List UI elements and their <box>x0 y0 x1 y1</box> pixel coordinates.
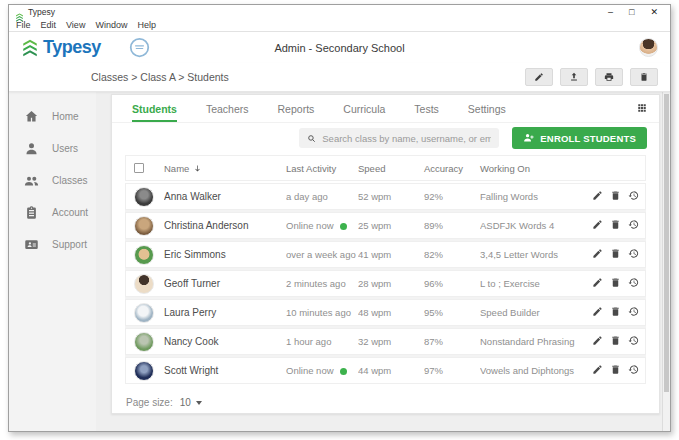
last-activity: 2 minutes ago <box>286 278 358 289</box>
edit-student-button[interactable] <box>592 334 603 349</box>
delete-student-button[interactable] <box>610 363 621 378</box>
menu-edit[interactable]: Edit <box>41 20 57 30</box>
student-name: Nancy Cook <box>164 336 286 347</box>
close-button[interactable]: ✕ <box>650 8 658 17</box>
column-accuracy[interactable]: Accuracy <box>424 163 480 174</box>
sidebar-item-account[interactable]: Account <box>9 196 96 228</box>
page-size-select[interactable]: 10 <box>180 397 202 408</box>
user-icon <box>24 141 39 156</box>
sidebar-item-classes[interactable]: Classes <box>9 164 96 196</box>
history-icon <box>628 276 639 291</box>
people-icon <box>24 173 39 188</box>
table-row[interactable]: Christina Anderson Online now 25 wpm 89%… <box>125 212 646 239</box>
history-button[interactable] <box>628 189 639 204</box>
sort-descending-icon[interactable] <box>193 164 202 173</box>
delete-student-button[interactable] <box>610 334 621 349</box>
column-last-activity[interactable]: Last Activity <box>286 163 358 174</box>
minimize-button[interactable]: – <box>608 8 613 17</box>
grid-view-button[interactable] <box>637 101 647 116</box>
column-name[interactable]: Name <box>164 163 286 174</box>
breadcrumb[interactable]: Classes > Class A > Students <box>91 71 229 83</box>
menu-window[interactable]: Window <box>95 20 127 30</box>
delete-student-button[interactable] <box>610 276 621 291</box>
edit-student-button[interactable] <box>592 218 603 233</box>
history-button[interactable] <box>628 363 639 378</box>
delete-student-button[interactable] <box>610 247 621 262</box>
delete-class-button[interactable] <box>630 68 658 86</box>
screenshot-canvas: Typesy – □ ✕ File Edit View Window Help … <box>0 0 679 440</box>
student-avatar <box>134 303 154 323</box>
breadcrumb-row: Classes > Class A > Students <box>9 63 670 92</box>
table-body: Anna Walker a day ago 52 wpm 92% Falling… <box>125 183 646 384</box>
sidebar-label: Account <box>52 207 88 218</box>
typesy-logo-icon <box>15 8 24 17</box>
edit-student-button[interactable] <box>592 363 603 378</box>
history-button[interactable] <box>628 305 639 320</box>
accuracy: 92% <box>424 191 480 202</box>
page-size-label: Page size: <box>126 397 173 408</box>
history-button[interactable] <box>628 218 639 233</box>
edit-student-button[interactable] <box>592 247 603 262</box>
history-button[interactable] <box>628 276 639 291</box>
tab-tests[interactable]: Tests <box>414 95 439 122</box>
accuracy: 96% <box>424 278 480 289</box>
table-row[interactable]: Scott Wright Online now 44 wpm 97% Vowel… <box>125 357 646 384</box>
select-all-checkbox[interactable] <box>134 163 144 173</box>
last-activity: over a week ago <box>286 249 358 260</box>
sidebar: Home Users Classes Account Support <box>9 92 96 431</box>
delete-student-button[interactable] <box>610 189 621 204</box>
edit-icon <box>592 363 603 378</box>
table-row[interactable]: Nancy Cook 1 hour ago 32 wpm 87% Nonstan… <box>125 328 646 355</box>
menu-help[interactable]: Help <box>137 20 156 30</box>
tab-reports[interactable]: Reports <box>278 95 315 122</box>
last-activity: Online now <box>286 365 358 376</box>
speed: 48 wpm <box>358 307 424 318</box>
menu-view[interactable]: View <box>66 20 85 30</box>
column-working-on[interactable]: Working On <box>480 163 585 174</box>
edit-student-button[interactable] <box>592 276 603 291</box>
upload-button[interactable] <box>560 68 588 86</box>
delete-icon <box>610 334 621 349</box>
maximize-button[interactable]: □ <box>629 8 634 17</box>
tab-teachers[interactable]: Teachers <box>206 95 249 122</box>
working-on: ASDFJK Words 4 <box>480 220 585 231</box>
speed: 52 wpm <box>358 191 424 202</box>
edit-student-button[interactable] <box>592 305 603 320</box>
edit-class-button[interactable] <box>525 68 553 86</box>
search-input[interactable] <box>322 133 491 144</box>
working-on: 3,4,5 Letter Words <box>480 249 585 260</box>
sidebar-item-home[interactable]: Home <box>9 100 96 132</box>
edit-icon <box>592 218 603 233</box>
user-avatar[interactable] <box>639 38 658 57</box>
last-activity: Online now <box>286 220 358 231</box>
scrollbar[interactable] <box>662 92 670 431</box>
student-name: Scott Wright <box>164 365 286 376</box>
delete-icon <box>610 247 621 262</box>
working-on: Nonstandard Phrasing <box>480 336 585 347</box>
history-icon <box>628 334 639 349</box>
tab-students[interactable]: Students <box>132 95 177 122</box>
history-button[interactable] <box>628 247 639 262</box>
table-row[interactable]: Eric Simmons over a week ago 41 wpm 82% … <box>125 241 646 268</box>
app-window: Typesy – □ ✕ File Edit View Window Help … <box>8 4 671 432</box>
table-row[interactable]: Geoff Turner 2 minutes ago 28 wpm 96% L … <box>125 270 646 297</box>
scrollbar-thumb[interactable] <box>664 94 669 392</box>
sidebar-item-users[interactable]: Users <box>9 132 96 164</box>
print-button[interactable] <box>595 68 623 86</box>
delete-student-button[interactable] <box>610 218 621 233</box>
sidebar-item-support[interactable]: Support <box>9 228 96 260</box>
delete-student-button[interactable] <box>610 305 621 320</box>
sidebar-label: Classes <box>52 175 88 186</box>
tab-settings[interactable]: Settings <box>468 95 506 122</box>
table-row[interactable]: Anna Walker a day ago 52 wpm 92% Falling… <box>125 183 646 210</box>
student-avatar <box>134 216 154 236</box>
table-row[interactable]: Laura Perry 10 minutes ago 48 wpm 95% Sp… <box>125 299 646 326</box>
print-icon <box>604 70 614 85</box>
history-button[interactable] <box>628 334 639 349</box>
edit-student-button[interactable] <box>592 189 603 204</box>
menu-file[interactable]: File <box>16 20 31 30</box>
tab-curricula[interactable]: Curricula <box>343 95 385 122</box>
last-activity: 10 minutes ago <box>286 307 358 318</box>
column-speed[interactable]: Speed <box>358 163 424 174</box>
enroll-students-button[interactable]: ENROLL STUDENTS <box>512 127 647 149</box>
